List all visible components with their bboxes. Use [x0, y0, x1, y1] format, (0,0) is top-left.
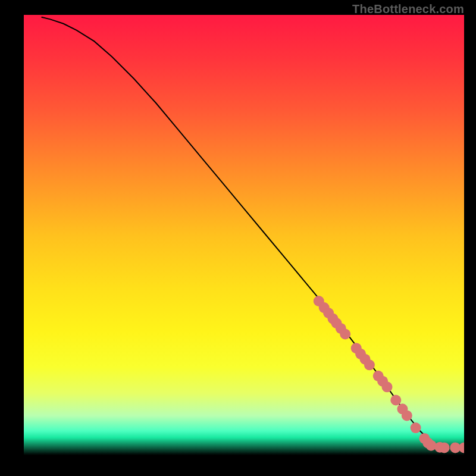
data-point: [364, 359, 375, 370]
data-point: [402, 410, 412, 421]
chart-svg: [24, 15, 464, 455]
data-point: [390, 395, 401, 406]
data-point: [439, 442, 450, 453]
data-point: [411, 422, 421, 433]
chart-frame: TheBottleneck.com: [0, 0, 476, 476]
data-point: [382, 381, 393, 392]
data-point: [340, 329, 350, 340]
watermark-text: TheBottleneck.com: [352, 2, 464, 16]
plot-area: [24, 15, 464, 455]
data-point: [426, 440, 437, 451]
gradient-background: [24, 15, 464, 455]
